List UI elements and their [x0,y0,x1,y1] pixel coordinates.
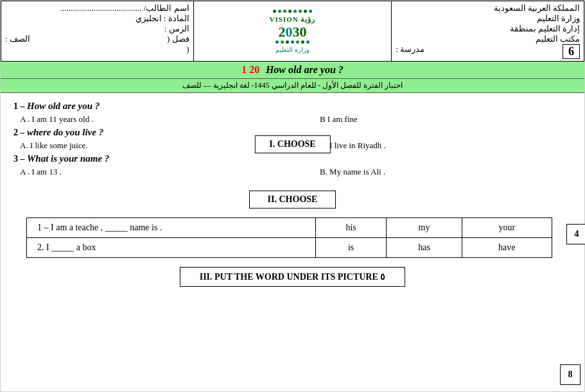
header-table: اسم الطالب/ ............................… [1,1,584,62]
row2-question: 2. I _____ a box [27,238,316,258]
row2-opt2: has [387,238,462,258]
class-label: الصف : [5,34,30,44]
dot-b3 [286,40,289,44]
office-row: مكتب التعليم [396,34,580,44]
section1-num: 1 20 [241,64,259,75]
country-row: المملكة العربية السعودية [396,3,580,13]
school-label: مدرسة : [396,44,424,59]
dot4 [288,10,292,13]
row1-opt1: his [315,218,386,238]
q3-answers: A . I am 13 . B. My name is Ali . [13,167,572,177]
q1-b-text: B I am fine [320,114,358,124]
zero-icon: 0 [285,24,292,40]
q3-answer-b: B. My name is Ali . [320,167,565,177]
vision-row: VISION رؤية [270,15,316,24]
banner: اختبار الفترة للفصل الأول - للعام الدراس… [1,78,584,93]
q1-row: 1 – How old are you ? [13,101,572,112]
name-label: اسم الطالب/ [144,3,189,13]
q3-label: 3 – [13,154,27,164]
row1-opt2: my [387,218,462,238]
q1-label: 1 – [13,101,25,111]
choose-box-1-wrapper: I. CHOOSE [254,135,330,153]
q2-answer-a: A. I like some juice. [20,141,265,151]
table-row: 1 – I am a teache , _____ name is . his … [27,218,552,238]
q3-answer-a: A . I am 13 . [20,167,265,177]
dots-bottom [275,40,310,44]
dot3 [283,10,286,13]
q1-text: How old are you ? [27,101,100,111]
name-dots: ....................................... [60,3,142,13]
dot2 [278,10,281,13]
dot-b7 [306,40,310,44]
section1-title: How old are you ? [266,64,344,75]
q2-text: where do you live ? [27,127,103,137]
q1-answer-a: A . I am 11 years old . [20,114,265,124]
logo-cell: VISION رؤية 2030 وزارة التعليم [193,1,392,62]
row2-q-text: 2. I _____ a box [37,243,96,252]
choose-box-3: III. PUT THE WORD UNDER ITS PICTURE ٥ [180,267,406,287]
dot8 [309,10,312,13]
school-score-row: 6 مدرسة : [396,44,580,59]
dot1 [273,10,276,13]
q2-answer-b: B. I live in Riyadh . [320,141,565,151]
paren: ( [186,44,189,54]
q1-a-text: A . I am 11 years old . [20,114,94,124]
q3-text: What is your name ? [27,153,109,164]
time-row: الزمن : [5,24,189,34]
choose-box-1: I. CHOOSE [254,135,330,153]
wiz-text: وزارة التعليم [275,46,310,53]
name-row: اسم الطالب/ ............................… [5,3,189,13]
dot6 [299,10,302,13]
dot-b2 [281,40,284,44]
score-8-value: 8 [568,370,573,380]
q3-b-text: B. My name is Ali . [320,167,385,176]
section3-area: III. PUT THE WORD UNDER ITS PICTURE ٥ [1,262,584,292]
q2-a-text: A. I like some juice. [20,141,87,150]
score-number: 6 [563,44,580,59]
subject-val: انجليزي [135,13,162,23]
exam-page: اسم الطالب/ ............................… [0,0,585,392]
logo-container: VISION رؤية 2030 وزارة التعليم [196,10,389,53]
row2-opt3: have [462,238,552,258]
section2-header: II. CHOOSE [1,187,584,212]
row1-opt3: your [462,218,552,238]
education-row: إدارة التعليم بمنطقة [396,24,580,34]
score-8: 8 [560,364,581,385]
vision-label: VISION رؤية [270,15,316,24]
time-label: الزمن : [164,24,189,33]
questions-area: 1 – How old are you ? A . I am 11 years … [1,96,584,182]
score-4: 4 [566,224,585,244]
choose-label-1: I. CHOOSE [269,139,315,149]
year-2030: 2030 [278,25,306,39]
dot-b4 [291,40,294,44]
score-4-value: 4 [575,229,579,239]
dot5 [293,10,297,13]
table-row: 2. I _____ a box is has have [27,238,552,258]
subject-row: المادة : انجليزي [5,13,189,24]
q1-answers: A . I am 11 years old . B I am fine [13,114,572,124]
q3-row: 3 – What is your name ? [13,153,572,164]
dot7 [304,10,307,13]
section2-area: 1 – I am a teache , _____ name is . his … [1,217,584,258]
paren-row: ( [5,44,189,55]
subject-label: المادة : [164,13,189,23]
section3-label: III. PUT THE WORD UNDER ITS PICTURE ٥ [200,272,386,282]
dot-b1 [275,40,279,44]
section1-header: 1 20 How old are you ? [1,62,584,78]
semester-label: فصل ( [167,34,189,44]
section2-table: 1 – I am a teache , _____ name is . his … [26,217,552,258]
dot-b6 [301,40,304,44]
class-semester-row: فصل ( الصف : [5,34,189,44]
choose-label-2: II. CHOOSE [268,194,318,204]
ministry-row: وزارة التعليم [396,13,580,24]
row1-q-text: 1 – I am a teache , _____ name is . [37,223,162,232]
choose-box-2: II. CHOOSE [249,191,336,209]
q2-wrapper: 2 – where do you live ? A. I like some j… [13,127,572,151]
dot-b5 [296,40,299,44]
right-col: المملكة العربية السعودية وزارة التعليم إ… [392,1,584,62]
q2-answers: A. I like some juice. I. CHOOSE B. I liv… [13,141,572,151]
q3-a-text: A . I am 13 . [20,167,62,176]
dots-top [273,10,312,13]
banner-text: اختبار الفترة للفصل الأول - للعام الدراس… [182,81,403,90]
row2-opt1: is [315,238,386,258]
